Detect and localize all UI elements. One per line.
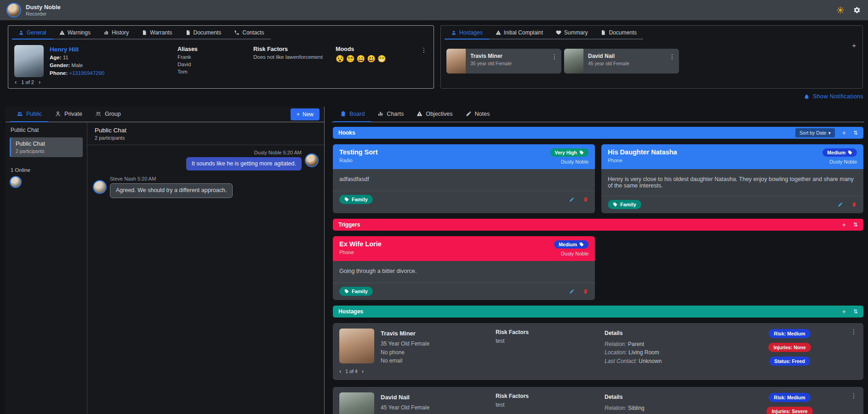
hostage-photo — [564, 49, 583, 74]
hostage-photo — [339, 392, 374, 414]
add-trigger-plus-icon[interactable]: + — [842, 221, 846, 228]
prev-page-chevron[interactable]: ‹ — [15, 79, 17, 85]
chat-tabs: Public Private Group + New — [6, 107, 324, 122]
hostage-row-kebab-menu[interactable]: ⋮ — [849, 392, 857, 414]
profile-kebab-menu[interactable]: ⋮ — [421, 47, 427, 53]
people-icon — [17, 111, 23, 117]
profile-tabs: General Warnings History Warrants Docume… — [8, 26, 434, 40]
tab-documents[interactable]: Documents — [594, 26, 643, 40]
warning-icon — [496, 30, 501, 35]
section-header-triggers: Triggers + ⇅ — [333, 219, 863, 231]
edit-pencil-icon[interactable] — [569, 197, 575, 202]
board-scroll-area[interactable]: Hooks Sort by Date ▾ + ⇅ Testing Sort Ra… — [332, 122, 864, 414]
sort-arrows-icon[interactable]: ⇅ — [853, 308, 858, 315]
card-title: Ex Wife Lorie — [339, 240, 382, 248]
tab-notes[interactable]: Notes — [459, 107, 497, 122]
group-icon — [95, 111, 102, 117]
injuries-badge: Injuries: Severe — [766, 407, 812, 414]
tag-pill-family[interactable]: Family — [339, 195, 373, 204]
card-title: Testing Sort — [339, 148, 378, 156]
tab-summary[interactable]: Summary — [549, 26, 594, 40]
message-list[interactable]: Dusty Noble 5:20 AM It sounds like he is… — [87, 145, 324, 414]
tab-history[interactable]: History — [97, 26, 135, 40]
trigger-card-ex-wife-lorie[interactable]: Ex Wife Lorie Phone Medium Dusty Noble G… — [333, 236, 595, 300]
document-icon — [600, 30, 606, 35]
clipboard-icon — [340, 111, 346, 117]
tab-initial-complaint[interactable]: Initial Complaint — [489, 26, 549, 40]
tab-warrants[interactable]: Warrants — [135, 26, 178, 40]
bell-icon — [804, 94, 810, 100]
hostages-panel-tabs: Hostages Initial Complaint Summary Docum… — [441, 26, 862, 40]
edit-pencil-icon[interactable] — [569, 289, 575, 294]
hostage-card-david[interactable]: David Nail 45 year old Female ⋮ — [564, 49, 679, 74]
online-user-avatar[interactable] — [11, 177, 21, 187]
section-title: Triggers — [338, 221, 360, 228]
risk-factors-title: Risk Factors — [496, 329, 605, 335]
hook-card-daughter-natasha[interactable]: His Daughter Natasha Phone Medium Dusty … — [601, 144, 863, 213]
tab-label: Objectives — [426, 111, 452, 117]
tab-private-chat[interactable]: Private — [48, 107, 89, 122]
hostage-name: David Nail — [588, 53, 661, 59]
tab-charts[interactable]: Charts — [371, 107, 410, 122]
sort-by-date-button[interactable]: Sort by Date ▾ — [795, 128, 835, 137]
moods-section: Moods 😵 😵‍💫 😄 😃 😁 — [336, 46, 386, 63]
next-page-chevron[interactable]: › — [362, 368, 364, 374]
phone-link[interactable]: +13195947290 — [69, 70, 104, 76]
card-body-text: adfasdfasdf — [333, 169, 595, 191]
hostage-phone: No phone — [381, 348, 496, 357]
add-hook-plus-icon[interactable]: + — [842, 129, 846, 136]
delete-trash-icon[interactable] — [583, 197, 588, 202]
prev-page-chevron[interactable]: ‹ — [339, 368, 341, 374]
theme-sun-icon[interactable] — [837, 6, 844, 14]
tab-hostages[interactable]: Hostages — [445, 26, 489, 40]
subject-name-link[interactable]: Henry Hill — [50, 46, 79, 53]
tag-pill-family[interactable]: Family — [339, 287, 373, 296]
last-contact-label: Last Contact: — [605, 358, 637, 364]
tab-label: Board — [349, 111, 365, 117]
tab-general[interactable]: General — [12, 26, 53, 40]
tab-contacts[interactable]: Contacts — [228, 26, 270, 40]
relation-label: Relation: — [605, 405, 626, 411]
hostage-card-travis[interactable]: Travis Miner 35 year old Female ⋮ — [446, 49, 561, 74]
subject-photo — [14, 45, 44, 77]
show-notifications-label: Show Notifications — [813, 93, 863, 100]
edit-pencil-icon[interactable] — [838, 202, 843, 207]
new-chat-button[interactable]: + New — [291, 108, 320, 120]
tab-board[interactable]: Board — [334, 107, 371, 122]
chat-room-item-selected[interactable]: Public Chat 2 participants — [10, 137, 83, 157]
tag-label: Family — [352, 289, 368, 294]
settings-gear-icon[interactable] — [853, 6, 861, 14]
alias-item: David — [177, 62, 198, 67]
show-notifications-link[interactable]: Show Notifications — [804, 93, 863, 100]
tag-pill-family[interactable]: Family — [608, 200, 641, 209]
subject-gender: Gender: Male — [50, 62, 83, 68]
add-hostage-plus-icon[interactable]: + — [842, 308, 846, 315]
hostage-row-kebab-menu[interactable]: ⋮ — [849, 329, 857, 374]
tab-warnings[interactable]: Warnings — [53, 26, 97, 40]
hostage-photo — [446, 49, 466, 74]
tab-public-chat[interactable]: Public — [10, 107, 48, 122]
tab-documents[interactable]: Documents — [179, 26, 228, 40]
message-avatar — [306, 154, 318, 166]
chat-panel: Public Private Group + New Public Chat P… — [6, 107, 325, 414]
sort-arrows-icon[interactable]: ⇅ — [853, 130, 858, 136]
tab-objectives[interactable]: Objectives — [410, 107, 459, 122]
hostage-row-travis-miner[interactable]: ‹ 1 of 4 › Travis Miner 35 Year Old Fema… — [333, 323, 863, 380]
delete-trash-icon[interactable] — [851, 202, 857, 207]
hostage-card-kebab-menu[interactable]: ⋮ — [548, 49, 561, 74]
sort-arrows-icon[interactable]: ⇅ — [853, 221, 858, 228]
add-hostage-plus-icon[interactable]: + — [852, 41, 856, 49]
tab-group-chat[interactable]: Group — [89, 107, 127, 122]
card-author: Dusty Noble — [561, 251, 588, 256]
tag-icon — [613, 202, 617, 207]
next-page-chevron[interactable]: › — [39, 79, 40, 85]
hook-card-testing-sort[interactable]: Testing Sort Radio Very High Dusty Noble… — [333, 144, 595, 213]
bars-icon — [103, 30, 109, 35]
relation-value: Sibling — [628, 405, 645, 411]
hostage-row-david-nail[interactable]: David Nail 45 Year Old Female No phone N… — [333, 387, 863, 414]
avatar[interactable] — [7, 4, 20, 17]
section-header-hostages: Hostages + ⇅ — [333, 306, 863, 318]
hostage-desc: 35 Year Old Female — [381, 340, 496, 348]
delete-trash-icon[interactable] — [583, 289, 588, 294]
hostage-card-kebab-menu[interactable]: ⋮ — [665, 49, 679, 74]
